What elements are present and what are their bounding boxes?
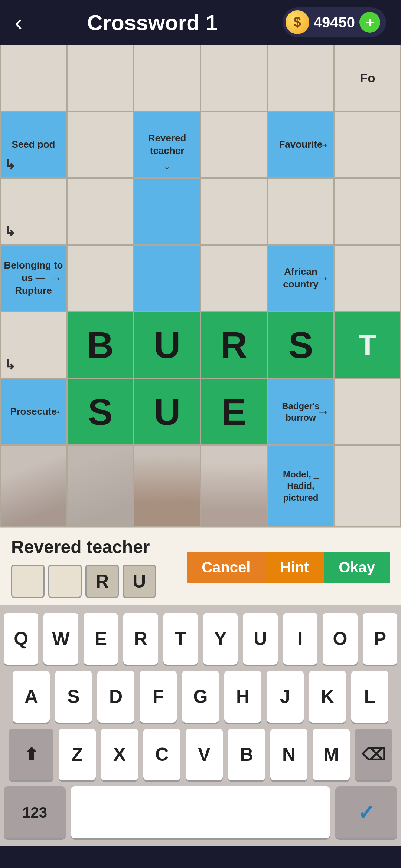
- cell-4-1-B[interactable]: B: [67, 312, 134, 378]
- arrow-right5-icon: →: [316, 403, 330, 421]
- cell-1-4[interactable]: Favourite →: [267, 111, 334, 178]
- cell-5-4[interactable]: Badger's burrow →: [267, 378, 334, 445]
- cell-5-5[interactable]: [334, 378, 401, 445]
- cell-6-3[interactable]: [200, 445, 267, 527]
- cell-2-3[interactable]: [200, 178, 267, 245]
- key-X[interactable]: X: [101, 729, 138, 780]
- cell-4-0[interactable]: ↳: [0, 312, 67, 378]
- crossword-grid: Fo Seed pod ↳ Revered teacher ↓ Favourit…: [0, 45, 401, 527]
- cell-6-2[interactable]: [134, 445, 200, 527]
- key-M[interactable]: M: [313, 729, 350, 780]
- add-coins-button[interactable]: +: [359, 12, 380, 33]
- cell-2-2[interactable]: [134, 178, 200, 245]
- key-F[interactable]: F: [140, 671, 177, 723]
- cell-2-5[interactable]: [334, 178, 401, 245]
- key-R[interactable]: R: [123, 613, 158, 665]
- cancel-button[interactable]: Cancel: [187, 552, 265, 583]
- space-key[interactable]: [71, 786, 330, 838]
- key-Y[interactable]: Y: [203, 613, 238, 665]
- cell-3-4[interactable]: African country →: [267, 245, 334, 312]
- cell-1-2[interactable]: Revered teacher ↓: [134, 111, 200, 178]
- answer-box-1[interactable]: [11, 565, 45, 598]
- key-K[interactable]: K: [309, 671, 346, 723]
- arrow-right-icon: →: [316, 136, 330, 154]
- clue-favourite: Favourite: [279, 138, 322, 151]
- key-W[interactable]: W: [43, 613, 78, 665]
- keyboard-row-2: A S D F G H J K L: [4, 671, 397, 723]
- clue-model: Model, _ Hadid, pictured: [271, 468, 330, 503]
- keyboard-row-4: 123 ✓: [4, 786, 397, 838]
- grid-row-5: Prosecute → S U E Badger's burrow →: [0, 378, 401, 445]
- page-title: Crossword 1: [87, 10, 218, 35]
- key-Q[interactable]: Q: [4, 613, 38, 665]
- key-O[interactable]: O: [323, 613, 357, 665]
- key-V[interactable]: V: [186, 729, 223, 780]
- key-I[interactable]: I: [283, 613, 317, 665]
- cell-2-0[interactable]: ↳: [0, 178, 67, 245]
- answer-box-3[interactable]: R: [85, 565, 119, 598]
- key-D[interactable]: D: [97, 671, 134, 723]
- key-A[interactable]: A: [13, 671, 50, 723]
- cell-5-1-S[interactable]: S: [67, 378, 134, 445]
- grid-row-1: Seed pod ↳ Revered teacher ↓ Favourite →: [0, 111, 401, 178]
- shift-key[interactable]: ⬆: [9, 729, 53, 780]
- key-U[interactable]: U: [243, 613, 277, 665]
- cell-0-4[interactable]: [267, 45, 334, 111]
- arrow-corner-icon: ↳: [4, 156, 16, 174]
- okay-button[interactable]: Okay: [324, 552, 390, 583]
- done-key[interactable]: ✓: [335, 786, 397, 838]
- key-S[interactable]: S: [55, 671, 92, 723]
- cell-2-1[interactable]: [67, 178, 134, 245]
- cell-0-3[interactable]: [200, 45, 267, 111]
- cell-0-1[interactable]: [67, 45, 134, 111]
- key-N[interactable]: N: [270, 729, 307, 780]
- key-J[interactable]: J: [267, 671, 304, 723]
- cell-1-5[interactable]: [334, 111, 401, 178]
- cell-5-3-E[interactable]: E: [200, 378, 267, 445]
- cell-0-0[interactable]: [0, 45, 67, 111]
- key-B[interactable]: B: [228, 729, 265, 780]
- cell-6-1[interactable]: [67, 445, 134, 527]
- cell-3-1[interactable]: [67, 245, 134, 312]
- hint-button[interactable]: Hint: [265, 552, 324, 583]
- cell-4-2-U[interactable]: U: [134, 312, 200, 378]
- answer-box-2[interactable]: [48, 565, 82, 598]
- cell-3-2[interactable]: [134, 245, 200, 312]
- grid-row-0: Fo: [0, 45, 401, 111]
- back-button[interactable]: ‹: [15, 10, 22, 35]
- cell-1-0[interactable]: Seed pod ↳: [0, 111, 67, 178]
- key-C[interactable]: C: [143, 729, 180, 780]
- cell-4-5-T[interactable]: T: [334, 312, 401, 378]
- key-P[interactable]: P: [363, 613, 397, 665]
- key-E[interactable]: E: [84, 613, 118, 665]
- grid-row-2: ↳: [0, 178, 401, 245]
- cell-0-2[interactable]: [134, 45, 200, 111]
- key-G[interactable]: G: [182, 671, 219, 723]
- cell-1-3[interactable]: [200, 111, 267, 178]
- cell-6-4[interactable]: Model, _ Hadid, pictured: [267, 445, 334, 527]
- cell-3-5[interactable]: [334, 245, 401, 312]
- answer-box-4[interactable]: U: [123, 565, 156, 598]
- numeric-key[interactable]: 123: [4, 786, 66, 838]
- key-Z[interactable]: Z: [59, 729, 96, 780]
- grid-row-6: Model, _ Hadid, pictured: [0, 445, 401, 527]
- key-T[interactable]: T: [163, 613, 198, 665]
- cell-4-3-R[interactable]: R: [200, 312, 267, 378]
- keyboard-row-3: ⬆ Z X C V B N M ⌫: [4, 729, 397, 780]
- keyboard-row-1: Q W E R T Y U I O P: [4, 613, 397, 665]
- key-H[interactable]: H: [224, 671, 261, 723]
- cell-6-0[interactable]: [0, 445, 67, 527]
- arrow-corner2-icon: ↳: [4, 223, 16, 240]
- backspace-key[interactable]: ⌫: [355, 729, 392, 780]
- cell-1-1[interactable]: [67, 111, 134, 178]
- cell-3-0[interactable]: Belonging to us — Rupture →: [0, 245, 67, 312]
- grid-row-3: Belonging to us — Rupture → African coun…: [0, 245, 401, 312]
- cell-5-2-U[interactable]: U: [134, 378, 200, 445]
- cell-3-3[interactable]: [200, 245, 267, 312]
- cell-6-5[interactable]: [334, 445, 401, 527]
- cell-5-0[interactable]: Prosecute →: [0, 378, 67, 445]
- cell-2-4[interactable]: [267, 178, 334, 245]
- cell-4-4-S[interactable]: S: [267, 312, 334, 378]
- cell-0-5[interactable]: Fo: [334, 45, 401, 111]
- key-L[interactable]: L: [351, 671, 388, 723]
